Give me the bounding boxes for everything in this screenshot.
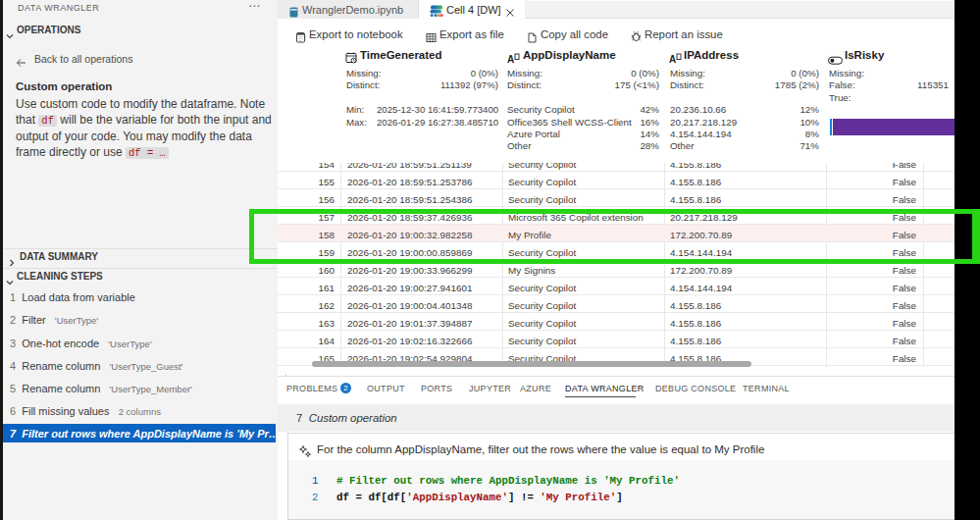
svg-text:A: A bbox=[507, 54, 514, 64]
svg-text:A: A bbox=[669, 54, 676, 64]
